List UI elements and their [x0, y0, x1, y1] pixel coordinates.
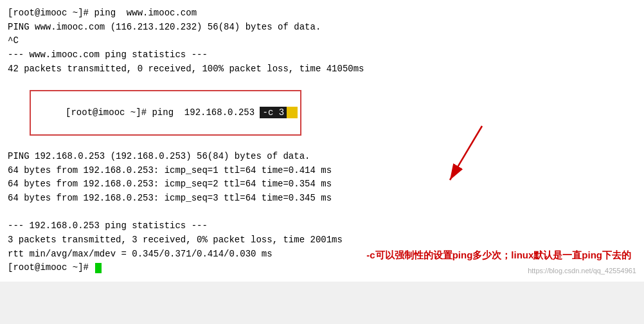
terminal-line-1: [root@imooc ~]# ping www.imooc.com: [8, 6, 636, 21]
command-prefix: [root@imooc ~]# ping 192.168.0.253: [66, 107, 260, 118]
watermark: https://blog.csdn.net/qq_42554961: [528, 266, 636, 276]
terminal-line-11: [8, 206, 636, 220]
terminal-line-7: PING 192.168.0.253 (192.168.0.253) 56(84…: [8, 150, 636, 164]
terminal-line-10: 64 bytes from 192.168.0.253: icmp_seq=3 …: [8, 192, 636, 206]
terminal-line-9: 64 bytes from 192.168.0.253: icmp_seq=2 …: [8, 177, 636, 192]
highlighted-command: [root@imooc ~]# ping 192.168.0.253 -c 3: [30, 90, 301, 136]
terminal-line-12: --- 192.168.0.253 ping statistics ---: [8, 219, 636, 233]
terminal-line-2: PING www.imooc.com (116.213.120.232) 56(…: [8, 21, 636, 35]
terminal-line-4: --- www.imooc.com ping statistics ---: [8, 48, 636, 62]
terminal-line-3: ^C: [8, 34, 636, 48]
cursor-block: [95, 263, 102, 273]
cursor-indicator: [287, 107, 297, 118]
terminal-line-6: [root@imooc ~]# ping 192.168.0.253 -c 3: [8, 76, 636, 149]
terminal-window: [root@imooc ~]# ping www.imooc.com PING …: [0, 0, 644, 282]
terminal-line-8: 64 bytes from 192.168.0.253: icmp_seq=1 …: [8, 164, 636, 178]
command-flag: -c 3: [260, 107, 287, 118]
annotation-area: -c可以强制性的设置ping多少次；linux默认是一直ping下去的: [366, 245, 631, 262]
terminal-line-5: 42 packets transmitted, 0 received, 100%…: [8, 62, 636, 76]
annotation-text: -c可以强制性的设置ping多少次；linux默认是一直ping下去的: [366, 248, 631, 262]
